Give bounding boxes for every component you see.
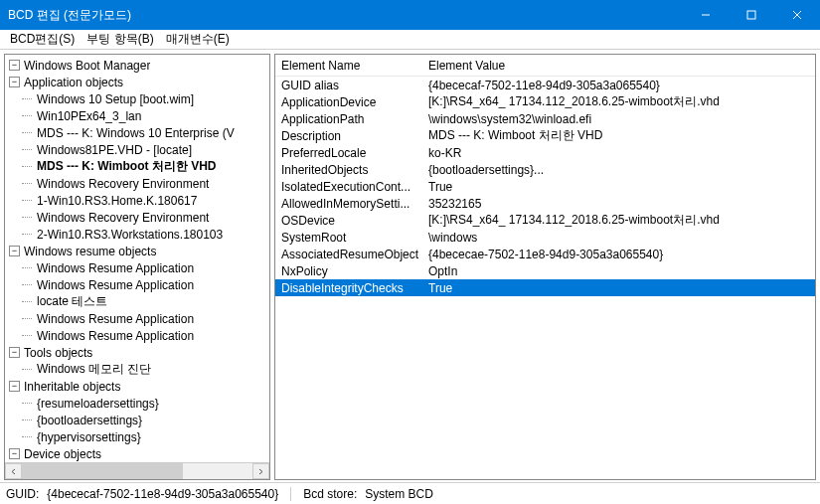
property-name: ApplicationDevice xyxy=(275,95,424,109)
property-name: Description xyxy=(275,129,424,143)
tree-group-label: Inheritable objects xyxy=(24,380,120,394)
minimize-button[interactable] xyxy=(683,0,729,30)
object-tree: −Windows Boot Manager−Application object… xyxy=(5,57,269,462)
property-row[interactable]: DisableIntegrityChecksTrue xyxy=(275,279,815,296)
property-row[interactable]: InheritedObjects{bootloadersettings}... xyxy=(275,161,815,178)
property-value: {4bececaf-7502-11e8-94d9-305a3a065540} xyxy=(424,79,815,92)
property-row[interactable]: AssociatedResumeObject{4bececae-7502-11e… xyxy=(275,246,815,262)
horizontal-scrollbar[interactable] xyxy=(5,462,269,479)
property-row[interactable]: ApplicationPath\windows\system32\winload… xyxy=(275,110,815,127)
tree-item[interactable]: MDS --- K: Windows 10 Enterprise (V xyxy=(5,124,269,141)
collapse-icon[interactable]: − xyxy=(9,347,20,358)
tree-group-header[interactable]: −Windows Boot Manager xyxy=(5,57,269,74)
menubar: BCD편집(S) 부팅 항목(B) 매개변수(E) xyxy=(0,30,820,50)
tree-item[interactable]: MDS --- K: Wimboot 처리한 VHD xyxy=(5,158,269,175)
tree-item[interactable]: Windows Resume Application xyxy=(5,259,269,276)
tree-item[interactable]: Windows Resume Application xyxy=(5,327,269,344)
property-row[interactable]: OSDevice[K:]\RS4_x64_ 17134.112_2018.6.2… xyxy=(275,212,815,229)
tree-group-header[interactable]: −Tools objects xyxy=(5,344,269,361)
tree-group-header[interactable]: −Windows resume objects xyxy=(5,243,269,259)
content-area: −Windows Boot Manager−Application object… xyxy=(0,50,820,482)
property-row[interactable]: ApplicationDevice[K:]\RS4_x64_ 17134.112… xyxy=(275,93,815,110)
tree-item-label: MDS --- K: Wimboot 처리한 VHD xyxy=(37,158,217,175)
tree-item-label: {bootloadersettings} xyxy=(37,414,142,427)
collapse-icon[interactable]: − xyxy=(9,77,20,87)
menu-bcd-edit[interactable]: BCD편집(S) xyxy=(4,29,81,50)
tree-item[interactable]: Windows 메모리 진단 xyxy=(5,361,269,378)
tree-item[interactable]: Windows Recovery Environment xyxy=(5,209,269,226)
tree-item-label: {hypervisorsettings} xyxy=(37,430,141,444)
properties-pane: Element Name Element Value GUID alias{4b… xyxy=(274,54,816,480)
property-name: NxPolicy xyxy=(275,264,424,278)
tree-item-label: Windows Resume Application xyxy=(37,329,194,343)
property-row[interactable]: NxPolicyOptIn xyxy=(275,262,815,279)
tree-group-label: Tools objects xyxy=(24,346,92,360)
property-value: \windows\system32\winload.efi xyxy=(424,112,815,126)
tree-group-header[interactable]: −Application objects xyxy=(5,74,269,90)
tree-item[interactable]: locate 테스트 xyxy=(5,293,269,310)
tree-item[interactable]: {bootloadersettings} xyxy=(5,412,269,428)
property-row[interactable]: DescriptionMDS --- K: Wimboot 처리한 VHD xyxy=(275,127,815,144)
tree-item[interactable]: {resumeloadersettings} xyxy=(5,395,269,412)
svg-rect-1 xyxy=(747,11,755,19)
tree-item-label: 2-Win10.RS3.Workstations.180103 xyxy=(37,228,223,242)
status-store-label: Bcd store: xyxy=(303,487,357,501)
property-name: GUID alias xyxy=(275,79,424,92)
tree-item[interactable]: Win10PEx64_3_lan xyxy=(5,107,269,124)
property-value: {4bececae-7502-11e8-94d9-305a3a065540} xyxy=(424,248,815,261)
tree-item[interactable]: Windows 10 Setup [boot.wim] xyxy=(5,90,269,107)
tree-item-label: MDS --- K: Windows 10 Enterprise (V xyxy=(37,126,235,140)
property-row[interactable]: GUID alias{4bececaf-7502-11e8-94d9-305a3… xyxy=(275,77,815,93)
property-value: True xyxy=(424,281,815,295)
property-row[interactable]: PreferredLocaleko-KR xyxy=(275,144,815,161)
scroll-left-button[interactable] xyxy=(5,463,22,479)
collapse-icon[interactable]: − xyxy=(9,381,20,392)
grid-header: Element Name Element Value xyxy=(275,55,815,77)
status-store-value: System BCD xyxy=(365,487,433,501)
property-row[interactable]: SystemRoot\windows xyxy=(275,229,815,246)
property-name: ApplicationPath xyxy=(275,112,424,126)
tree-item-label: Windows Resume Application xyxy=(37,261,194,275)
tree-item[interactable]: Windows Resume Application xyxy=(5,276,269,293)
property-value: MDS --- K: Wimboot 처리한 VHD xyxy=(424,127,815,144)
tree-group-header[interactable]: −Device objects xyxy=(5,445,269,462)
property-name: OSDevice xyxy=(275,214,424,228)
collapse-icon[interactable]: − xyxy=(9,448,20,459)
tree-item[interactable]: {hypervisorsettings} xyxy=(5,428,269,445)
header-element-name[interactable]: Element Name xyxy=(275,59,424,73)
tree-item-label: Windows 메모리 진단 xyxy=(37,361,151,378)
tree-item[interactable]: 2-Win10.RS3.Workstations.180103 xyxy=(5,226,269,243)
property-value: OptIn xyxy=(424,264,815,278)
status-guid-value: {4bececaf-7502-11e8-94d9-305a3a065540} xyxy=(47,487,278,501)
menu-boot-items[interactable]: 부팅 항목(B) xyxy=(81,29,159,50)
header-element-value[interactable]: Element Value xyxy=(424,59,815,73)
tree-item[interactable]: Windows Recovery Environment xyxy=(5,175,269,192)
menu-parameters[interactable]: 매개변수(E) xyxy=(160,29,236,50)
tree-group-label: Device objects xyxy=(24,447,101,461)
scroll-track[interactable] xyxy=(22,463,252,479)
tree-group-label: Windows resume objects xyxy=(24,245,156,258)
property-name: PreferredLocale xyxy=(275,146,424,160)
tree-scroll[interactable]: −Windows Boot Manager−Application object… xyxy=(5,55,269,462)
property-value: ko-KR xyxy=(424,146,815,160)
tree-item[interactable]: 1-Win10.RS3.Home.K.180617 xyxy=(5,192,269,209)
property-row[interactable]: IsolatedExecutionCont...True xyxy=(275,178,815,195)
collapse-icon[interactable]: − xyxy=(9,246,20,256)
property-value: \windows xyxy=(424,231,815,245)
tree-item[interactable]: Windows81PE.VHD - [locate] xyxy=(5,141,269,158)
tree-item[interactable]: Windows Resume Application xyxy=(5,310,269,327)
property-name: AllowedInMemorySetti... xyxy=(275,197,424,211)
scroll-thumb[interactable] xyxy=(22,463,183,479)
property-name: IsolatedExecutionCont... xyxy=(275,180,424,194)
tree-group-header[interactable]: −Inheritable objects xyxy=(5,378,269,395)
maximize-button[interactable] xyxy=(729,0,774,30)
property-name: SystemRoot xyxy=(275,231,424,245)
property-row[interactable]: AllowedInMemorySetti...35232165 xyxy=(275,195,815,212)
close-button[interactable] xyxy=(774,0,820,30)
tree-item-label: Windows 10 Setup [boot.wim] xyxy=(37,92,194,106)
property-name: AssociatedResumeObject xyxy=(275,248,424,261)
collapse-icon[interactable]: − xyxy=(9,60,20,71)
tree-item-label: Windows81PE.VHD - [locate] xyxy=(37,143,192,157)
scroll-right-button[interactable] xyxy=(252,463,269,479)
property-value: {bootloadersettings}... xyxy=(424,163,815,177)
